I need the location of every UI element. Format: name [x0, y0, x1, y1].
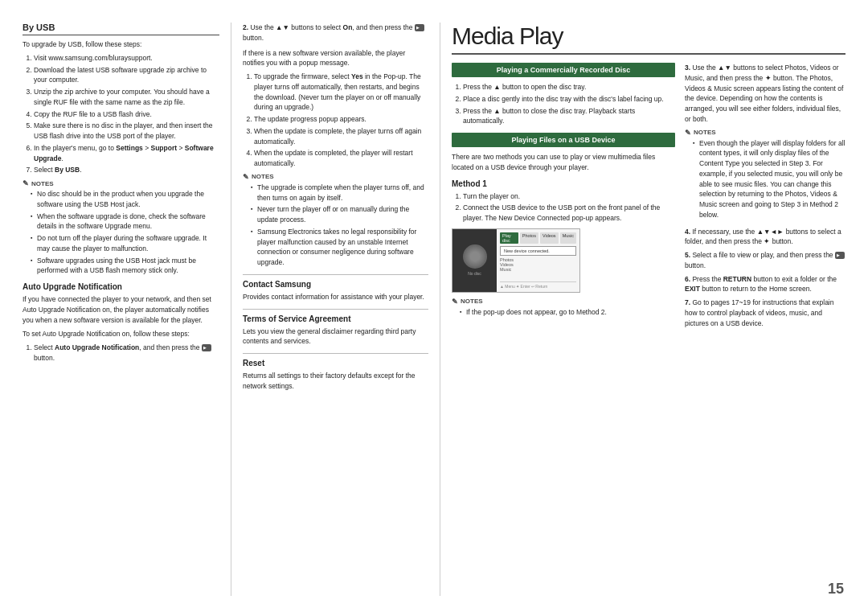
list-item: Samsung Electronics takes no legal respo… — [251, 227, 428, 268]
tab-play-disc: Play disc — [500, 232, 518, 244]
right-notes-label: NOTES — [685, 129, 845, 137]
right-column: Media Play Playing a Commercially Record… — [440, 23, 845, 596]
list-item: No disc should be in the product when yo… — [31, 189, 219, 210]
terms-title: Terms of Service Agreement — [243, 309, 428, 323]
list-item: Copy the RUF file to a USB flash drive. — [34, 109, 219, 120]
tab-photos: Photos — [520, 232, 538, 244]
tab-music: Music — [560, 232, 576, 244]
list-item: The upgrade is complete when the player … — [251, 183, 428, 203]
page-number: 15 — [828, 581, 844, 598]
contact-text: Provides contact information for assista… — [243, 292, 428, 302]
list-item: To upgrade the firmware, select Yes in t… — [254, 72, 428, 113]
mid-notes: The upgrade is complete when the player … — [251, 183, 428, 268]
device-disc-area: No disc — [452, 229, 497, 292]
no-disc-label: No disc — [468, 271, 481, 276]
reset-title: Reset — [243, 353, 428, 368]
list-item: When the update is completed, the player… — [254, 148, 428, 169]
list-item: Turn the player on. — [463, 191, 675, 202]
tab-videos: Videos — [540, 232, 559, 244]
button-icon — [202, 344, 211, 351]
list-item: Visit www.samsung.com/bluraysupport. — [34, 53, 219, 64]
button-icon — [415, 24, 424, 31]
contact-samsung-title: Contact Samsung — [243, 274, 428, 289]
step5-text: 5. Select a file to view or play, and th… — [685, 250, 845, 271]
device-items: Photos Videos Music — [500, 257, 576, 272]
reset-text: Returns all settings to their factory de… — [243, 371, 428, 392]
device-popup: New device connected. — [500, 246, 576, 256]
list-item: Never turn the player off or on manually… — [251, 204, 428, 225]
device-screen-area: Play disc Photos Videos Music New device… — [497, 229, 579, 292]
list-item: Software upgrades using the USB Host jac… — [31, 256, 219, 277]
media-play-title: Media Play — [452, 23, 845, 55]
auto-upgrade-title: Auto Upgrade Notification — [23, 282, 219, 291]
device-bottom-bar: ▲ Menu ✦ Enter ↩ Return — [500, 281, 576, 289]
right-notes: Even though the player will display fold… — [693, 138, 845, 220]
usb-notes: If the pop-up does not appear, go to Met… — [460, 307, 675, 318]
list-item: Press the ▲ button to open the disc tray… — [463, 82, 675, 92]
step3-intro: 3. Use the ▲▼ buttons to select Photos, … — [685, 63, 845, 125]
device-screen-mockup: No disc Play disc Photos Videos Music Ne… — [452, 228, 580, 293]
list-item: Unzip the zip archive to your computer. … — [34, 87, 219, 108]
auto-upgrade-steps: Select Auto Upgrade Notification, and th… — [34, 343, 219, 364]
list-item: If the pop-up does not appear, go to Met… — [460, 307, 675, 318]
notes-label: NOTES — [243, 173, 428, 181]
auto-upgrade-text: If you have connected the player to your… — [23, 294, 219, 325]
commercially-recorded-box: Playing a Commercially Recorded Disc — [452, 63, 675, 77]
list-item: Press the ▲ button to close the disc tra… — [463, 106, 675, 127]
new-version-text: If there is a new software version avail… — [243, 48, 428, 69]
list-item: When the software upgrade is done, check… — [31, 212, 219, 232]
upgrade-steps: To upgrade the firmware, select Yes in t… — [254, 72, 428, 169]
step6-text: 6. Press the RETURN button to exit a fol… — [685, 274, 845, 295]
list-item: Select By USB. — [34, 165, 219, 175]
list-item: Music — [500, 267, 576, 272]
device-tabs: Play disc Photos Videos Music — [500, 232, 576, 244]
method1-steps: Turn the player on. Connect the USB devi… — [463, 191, 675, 224]
usb-intro: There are two methods you can use to pla… — [452, 152, 675, 173]
by-usb-intro: To upgrade by USB, follow these steps: — [23, 39, 219, 50]
list-item: Make sure there is no disc in the player… — [34, 121, 219, 142]
list-item: Do not turn off the player during the so… — [31, 233, 219, 254]
auto-upgrade-sub: To set Auto Upgrade Notification on, fol… — [23, 329, 219, 339]
list-item: Download the latest USB software upgrade… — [34, 65, 219, 86]
terms-text: Lets you view the general disclaimer reg… — [243, 327, 428, 347]
list-item: When the update is complete, the player … — [254, 126, 428, 147]
left-column: By USB To upgrade by USB, follow these s… — [23, 23, 231, 596]
button-icon — [835, 252, 845, 259]
commercially-steps: Press the ▲ button to open the disc tray… — [463, 82, 675, 126]
list-item: Even though the player will display fold… — [693, 138, 845, 220]
list-item: Select Auto Upgrade Notification, and th… — [34, 343, 219, 364]
by-usb-steps: Visit www.samsung.com/bluraysupport. Dow… — [34, 53, 219, 175]
list-item: The update progress popup appears. — [254, 114, 428, 125]
step4-text: 4. If necessary, use the ▲▼◄► buttons to… — [685, 227, 845, 248]
list-item: Connect the USB device to the USB port o… — [463, 203, 675, 224]
step2-text: 2. Use the ▲▼ buttons to select On, and … — [243, 23, 428, 43]
method1-title: Method 1 — [452, 179, 675, 188]
middle-column: 2. Use the ▲▼ buttons to select On, and … — [231, 23, 440, 596]
step7-text: 7. Go to pages 17~19 for instructions th… — [685, 298, 845, 328]
list-item: In the player's menu, go to Settings > S… — [34, 143, 219, 164]
by-usb-notes: No disc should be in the product when yo… — [31, 189, 219, 276]
notes-label: NOTES — [23, 179, 219, 187]
usb-notes-label: NOTES — [452, 298, 675, 306]
list-item: Place a disc gently into the disc tray w… — [463, 94, 675, 105]
disc-icon — [463, 244, 487, 269]
by-usb-title: By USB — [23, 23, 219, 35]
page: By USB To upgrade by USB, follow these s… — [0, 0, 868, 612]
usb-device-box: Playing Files on a USB Device — [452, 133, 675, 147]
